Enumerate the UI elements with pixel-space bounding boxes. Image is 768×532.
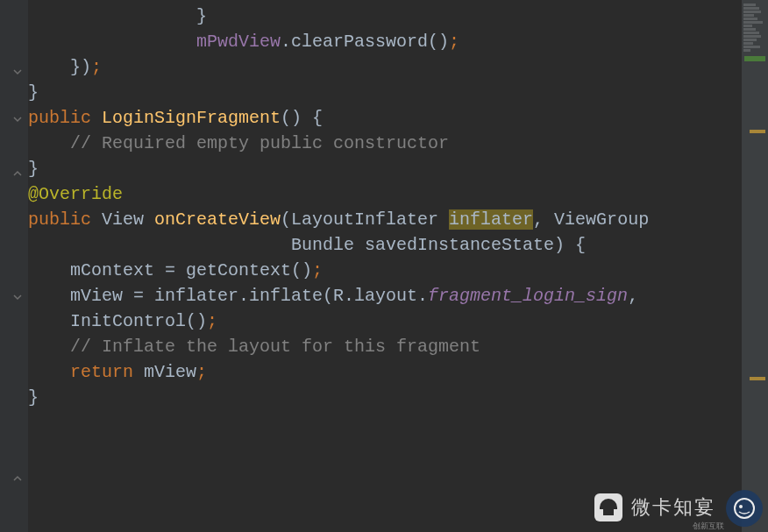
watermark-text: 微卡知宴	[631, 494, 715, 521]
fold-marker-icon[interactable]	[12, 292, 23, 302]
code-line: InitControl();	[28, 309, 742, 334]
minimap-warning-marker	[750, 130, 765, 133]
minimap-warning-marker	[750, 377, 765, 380]
fold-marker-icon[interactable]	[12, 168, 23, 179]
code-line: });	[28, 54, 742, 80]
code-line: mPwdView.clearPassword();	[28, 29, 742, 54]
code-line: }	[28, 385, 742, 410]
code-line: public View onCreateView(LayoutInflater …	[28, 207, 742, 232]
code-line: // Inflate the layout for this fragment	[28, 334, 742, 359]
code-line: }	[28, 80, 742, 105]
highlighted-identifier: inflater	[449, 209, 533, 230]
code-line: }	[28, 4, 742, 29]
code-content[interactable]: } mPwdView.clearPassword(); }); } public…	[28, 0, 742, 532]
code-line: @Override	[28, 181, 742, 207]
code-line: mContext = getContext();	[28, 258, 742, 283]
code-line: public LoginSignFragment() {	[28, 105, 742, 131]
svg-point-1	[739, 505, 743, 508]
code-line: return mView;	[28, 359, 742, 385]
fold-marker-icon[interactable]	[12, 114, 23, 124]
fold-marker-icon[interactable]	[12, 473, 23, 484]
code-line: Bundle savedInstanceState) {	[28, 232, 742, 258]
code-line: // Required empty public constructor	[28, 131, 742, 156]
wechat-icon	[594, 493, 622, 521]
fold-marker-icon[interactable]	[12, 67, 23, 77]
code-line: mView = inflater.inflate(R.layout.fragme…	[28, 283, 742, 309]
corner-logo-icon	[726, 490, 763, 527]
watermark: 微卡知宴	[594, 493, 715, 521]
code-editor: } mPwdView.clearPassword(); }); } public…	[0, 0, 768, 532]
code-line: }	[28, 156, 742, 181]
editor-gutter	[0, 0, 28, 532]
svg-point-0	[735, 499, 754, 518]
minimap-change-marker	[744, 56, 765, 61]
editor-minimap[interactable]	[742, 0, 768, 532]
corner-logo-label: 创新互联	[693, 521, 724, 532]
